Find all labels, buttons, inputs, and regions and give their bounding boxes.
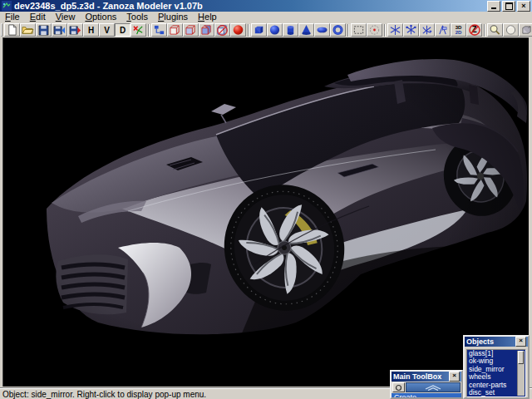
main-toolbox-close-button[interactable]: × xyxy=(449,372,460,382)
menu-file[interactable]: File xyxy=(0,12,25,22)
pan-sphere-icon xyxy=(505,24,517,36)
select-quad-button[interactable] xyxy=(351,23,367,37)
move-tool-icon xyxy=(389,24,401,36)
mode-3d-2d-icon: 3D2D xyxy=(456,25,462,35)
objects-close-button[interactable]: × xyxy=(515,337,526,347)
status-text: Object: side_mirror. Right-click to disp… xyxy=(0,389,206,399)
torus-primitive-icon xyxy=(332,24,344,36)
object-item-body[interactable]: body xyxy=(467,397,525,397)
viewport-3d[interactable] xyxy=(2,37,529,387)
ellipsoid-primitive-icon xyxy=(316,24,328,36)
rotate-tool-button[interactable] xyxy=(419,23,435,37)
new-file-icon xyxy=(6,24,18,36)
scale-tool-icon xyxy=(405,24,417,36)
car-render xyxy=(3,38,529,387)
create-cube-button[interactable] xyxy=(251,23,267,37)
toolbox-collapse-button[interactable] xyxy=(406,382,461,392)
cube-primitive-icon xyxy=(253,24,265,36)
minimize-icon xyxy=(491,7,496,9)
create-cylinder-button[interactable] xyxy=(283,23,298,37)
menu-help[interactable]: Help xyxy=(193,12,222,22)
smooth-cube-icon xyxy=(200,24,213,36)
cylinder-primitive-icon xyxy=(284,24,297,36)
save-file-icon xyxy=(37,24,50,36)
select-circle-button[interactable] xyxy=(367,23,382,37)
menu-view[interactable]: View xyxy=(51,12,81,22)
toolbox-create-item[interactable]: Create... xyxy=(392,393,461,399)
select-quad-icon xyxy=(352,24,365,36)
v-view-button[interactable]: V xyxy=(99,23,115,37)
mode-3d-2d-button[interactable]: 3D2D xyxy=(451,23,466,37)
cone-primitive-icon xyxy=(300,24,313,36)
wireframe-view-button[interactable] xyxy=(167,23,183,37)
objects-list: glass[1] ok-wing side_mirror wheels cent… xyxy=(466,349,526,397)
window-title: dev2348s_dp5.z3d - Zanoza Modeler v1.07b xyxy=(14,1,203,12)
menu-tools[interactable]: Tools xyxy=(121,12,153,22)
pan-view-button[interactable] xyxy=(503,23,519,37)
rotate-tool-icon xyxy=(421,24,433,36)
minimize-button[interactable] xyxy=(487,1,500,12)
title-bar: dev2348s_dp5.z3d - Zanoza Modeler v1.07b… xyxy=(0,0,532,12)
save-import-icon xyxy=(53,24,66,36)
z-lock-icon: Z xyxy=(469,24,480,36)
mirror-tool-button[interactable] xyxy=(435,23,451,37)
restore-icon xyxy=(505,2,513,10)
hierarchy-icon xyxy=(153,24,165,36)
main-toolbox-panel: Main ToolBox × Create... xyxy=(390,370,463,399)
mirror-tool-icon xyxy=(436,24,449,36)
save-export-button[interactable] xyxy=(67,23,83,37)
objects-scrollbar[interactable] xyxy=(517,351,525,396)
smooth-view-button[interactable] xyxy=(199,23,214,37)
hierarchy-button[interactable] xyxy=(151,23,167,37)
main-toolbox-title: Main ToolBox xyxy=(393,372,449,382)
create-ellipsoid-button[interactable] xyxy=(314,23,330,37)
save-export-icon xyxy=(69,24,81,36)
open-file-button[interactable] xyxy=(20,23,36,37)
menu-plugins[interactable]: Plugins xyxy=(153,12,193,22)
shaded-render-button[interactable] xyxy=(230,23,246,37)
chevron-up-icon xyxy=(422,384,444,391)
scale-tool-button[interactable] xyxy=(403,23,419,37)
app-icon xyxy=(2,1,12,11)
objects-title: Objects xyxy=(466,337,515,347)
menu-edit[interactable]: Edit xyxy=(25,12,51,22)
toolbox-mode-button[interactable] xyxy=(392,382,405,392)
zmodeler-window: dev2348s_dp5.z3d - Zanoza Modeler v1.07b… xyxy=(0,0,532,399)
toolbox-mode-icon xyxy=(395,384,402,392)
move-tool-button[interactable] xyxy=(387,23,403,37)
axes-toggle-icon xyxy=(132,24,145,36)
save-import-button[interactable] xyxy=(52,23,67,37)
magnifier-icon xyxy=(489,24,501,36)
view-cube-icon xyxy=(520,24,532,36)
shaded-sphere-icon xyxy=(232,24,244,36)
create-torus-button[interactable] xyxy=(330,23,346,37)
rotate-view-button[interactable] xyxy=(519,23,532,37)
h-view-button[interactable]: H xyxy=(83,23,99,37)
toolbar-grip[interactable] xyxy=(1,23,2,37)
menu-options[interactable]: Options xyxy=(80,12,121,22)
flat-view-button[interactable] xyxy=(183,23,199,37)
close-button[interactable]: × xyxy=(517,1,530,12)
z-lock-button[interactable]: Z xyxy=(466,23,482,37)
main-toolbox-titlebar[interactable]: Main ToolBox × xyxy=(392,372,461,382)
objects-panel: Objects × glass[1] ok-wing side_mirror w… xyxy=(463,335,530,399)
flat-cube-icon xyxy=(185,24,197,36)
d-view-button[interactable]: D xyxy=(115,23,131,37)
close-icon: × xyxy=(521,2,525,10)
objects-titlebar[interactable]: Objects × xyxy=(465,337,528,347)
create-sphere-button[interactable] xyxy=(267,23,283,37)
sphere-primitive-icon xyxy=(268,24,281,36)
menu-bar: File Edit View Options Tools Plugins Hel… xyxy=(0,12,532,22)
hidden-cube-icon xyxy=(216,24,229,36)
hidden-view-button[interactable] xyxy=(214,23,230,37)
wireframe-cube-icon xyxy=(169,24,181,36)
new-file-button[interactable] xyxy=(4,23,20,37)
restore-button[interactable] xyxy=(502,1,515,12)
objects-scrollbar-thumb[interactable] xyxy=(518,351,524,364)
axes-toggle-button[interactable] xyxy=(131,23,146,37)
zoom-view-button[interactable] xyxy=(487,23,503,37)
open-file-icon xyxy=(22,24,34,36)
select-circle-icon xyxy=(368,24,381,36)
save-file-button[interactable] xyxy=(36,23,52,37)
create-cone-button[interactable] xyxy=(298,23,314,37)
